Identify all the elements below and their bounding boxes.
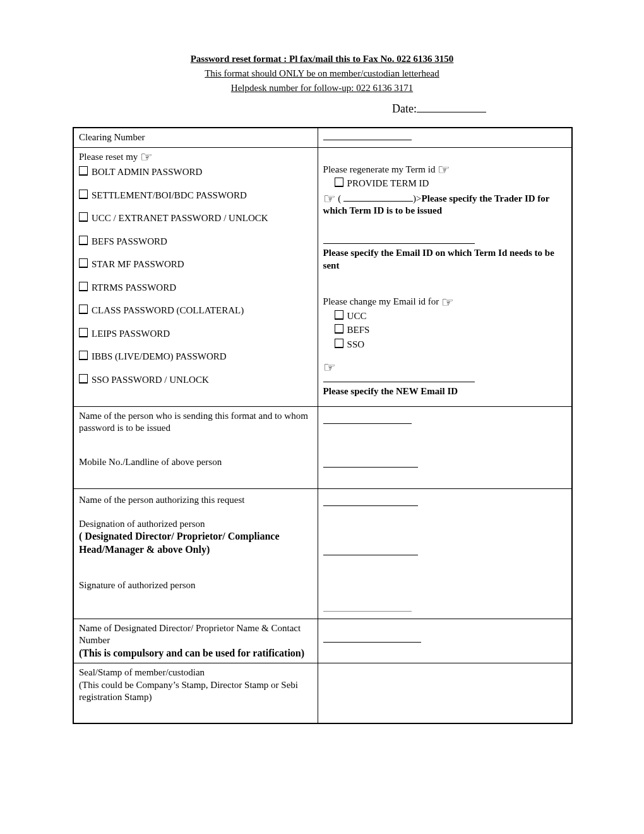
sender-blank	[323, 423, 412, 424]
row-options: Please reset my ☞ BOLT ADMIN PASSWORD SE…	[74, 147, 572, 406]
cell-right-options: Please regenerate my Term id ☞ PROVIDE T…	[318, 147, 571, 406]
director-blank	[323, 642, 421, 643]
checkbox-email-sso[interactable]	[335, 339, 343, 348]
page-title-line: Password reset format : Pl fax/mail this…	[73, 54, 571, 64]
page-container: Password reset format : Pl fax/mail this…	[0, 0, 644, 749]
trader-id-blank	[343, 201, 413, 202]
opt-label: SETTLEMENT/BOI/BDC PASSWORD	[92, 190, 247, 200]
checkbox-email-befs[interactable]	[335, 324, 343, 334]
email-opt-label: UCC	[347, 311, 367, 321]
specify-email: Please specify the Email ID on which Ter…	[323, 247, 566, 272]
email-blank	[323, 243, 475, 244]
mobile-label: Mobile No./Landline of above person	[79, 457, 222, 467]
form-table: Clearing Number Please reset my ☞ BOLT A…	[73, 128, 572, 723]
date-blank	[417, 112, 486, 112]
new-email-label: Please specify the NEW Email ID	[323, 385, 566, 398]
email-opt-label: BEFS	[347, 325, 370, 335]
checkbox-star-mf[interactable]	[79, 258, 88, 268]
sender-label: Name of the person who is sending this f…	[79, 411, 308, 433]
opt-label: BEFS PASSWORD	[92, 236, 167, 246]
new-email-blank	[323, 382, 475, 382]
row-auth: Name of the person authorizing this requ…	[74, 489, 572, 619]
opt-label: STAR MF PASSWORD	[92, 259, 184, 269]
opt-label: IBBS (LIVE/DEMO) PASSWORD	[92, 351, 227, 361]
director-label: Name of Designated Director/ Proprietor …	[79, 622, 313, 647]
date-line: Date:	[73, 102, 571, 116]
row-director: Name of Designated Director/ Proprietor …	[74, 619, 572, 663]
cell-clearing-label: Clearing Number	[74, 128, 318, 148]
designation-label: Designation of authorized person	[79, 518, 313, 531]
change-email-label: Please change my Email id for	[323, 296, 441, 306]
checkbox-sso[interactable]	[79, 374, 88, 384]
provide-term-label: PROVIDE TERM ID	[347, 178, 429, 188]
regen-label: Please regenerate my Term id	[323, 164, 438, 174]
opt-label: LEIPS PASSWORD	[92, 329, 170, 339]
page-title: Password reset format : Pl fax/mail this…	[191, 54, 454, 64]
seal-note: (This could be Company’s Stamp, Director…	[79, 679, 313, 704]
checkbox-befs[interactable]	[79, 236, 88, 245]
checkbox-ibbs[interactable]	[79, 351, 88, 360]
checkbox-rtrms[interactable]	[79, 282, 88, 291]
cell-clearing-value	[318, 128, 571, 148]
cell-reset-options: Please reset my ☞ BOLT ADMIN PASSWORD SE…	[74, 147, 318, 406]
opt-label: RTRMS PASSWORD	[92, 282, 176, 293]
mobile-blank	[323, 467, 418, 468]
form-outer-border: Clearing Number Please reset my ☞ BOLT A…	[73, 127, 573, 724]
signature-label: Signature of authorized person	[79, 579, 313, 592]
row-sender: Name of the person who is sending this f…	[74, 406, 572, 489]
reset-intro: Please reset my	[79, 152, 140, 162]
designation-note: ( Designated Director/ Proprietor/ Compl…	[79, 530, 313, 557]
opt-label: SSO PASSWORD / UNLOCK	[92, 375, 209, 385]
date-label: Date:	[392, 102, 417, 115]
opt-label: CLASS PASSWORD (COLLATERAL)	[92, 305, 244, 315]
signature-blank	[323, 611, 412, 612]
checkbox-ucc-extranet[interactable]	[79, 212, 88, 222]
auth-name-label: Name of the person authorizing this requ…	[79, 494, 313, 507]
checkbox-settlement[interactable]	[79, 190, 88, 199]
clearing-blank	[323, 140, 412, 140]
checkbox-leips[interactable]	[79, 328, 88, 337]
seal-label: Seal/Stamp of member/custodian	[79, 667, 313, 679]
checkbox-class[interactable]	[79, 305, 88, 314]
checkbox-email-ucc[interactable]	[335, 310, 343, 320]
row-seal: Seal/Stamp of member/custodian (This cou…	[74, 663, 572, 723]
email-opt-label: SSO	[347, 339, 365, 349]
specify-trader: Please specify the Trader ID for which T…	[323, 193, 550, 216]
subtitle-1: This format should ONLY be on member/cus…	[73, 68, 571, 79]
designation-blank	[323, 555, 418, 555]
checkbox-provide-term[interactable]	[335, 178, 343, 187]
row-clearing: Clearing Number	[74, 128, 572, 148]
director-note: (This is compulsory and can be used for …	[79, 647, 313, 660]
subtitle-2: Helpdesk number for follow-up: 022 6136 …	[73, 83, 571, 94]
opt-label: BOLT ADMIN PASSWORD	[92, 167, 202, 177]
checkbox-bolt-admin[interactable]	[79, 166, 88, 176]
opt-label: UCC / EXTRANET PASSWORD / UNLOCK	[92, 213, 268, 223]
auth-name-blank	[323, 505, 418, 506]
